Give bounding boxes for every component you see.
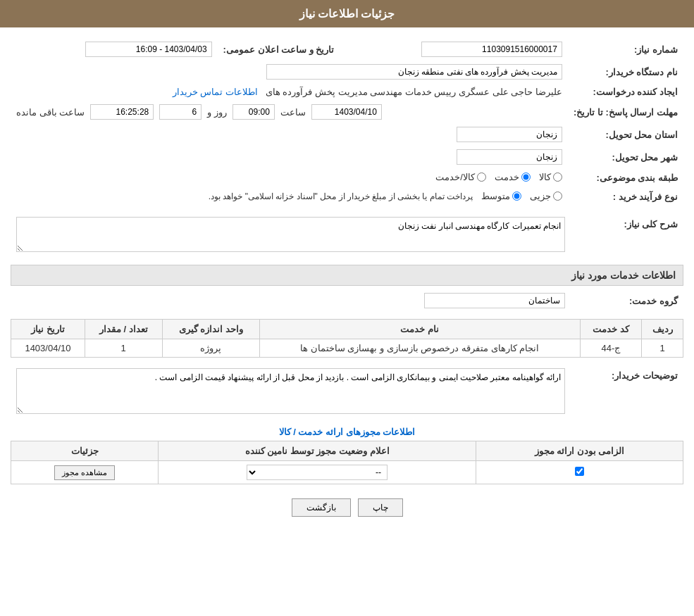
buyer-notes-label: توضیحات خریدار: — [571, 365, 683, 420]
process-label: نوع فرآیند خرید : — [568, 187, 683, 206]
group-label: گروه خدمت: — [571, 289, 683, 312]
need-number-input — [421, 42, 562, 57]
deadline-days-input — [159, 104, 202, 120]
group-table: گروه خدمت: — [11, 289, 683, 312]
category-kala-option[interactable]: کالا — [539, 172, 562, 182]
date-value — [11, 38, 218, 61]
need-desc-textarea[interactable] — [16, 217, 565, 252]
category-khedmat-radio[interactable] — [521, 172, 531, 182]
process-motavasset-option[interactable]: متوسط — [481, 191, 521, 201]
perm-row: -- مشاهده مجوز — [11, 461, 683, 484]
category-khedmat-option[interactable]: خدمت — [495, 172, 531, 182]
need-number-label: شماره نیاز: — [568, 38, 683, 61]
footer-buttons: چاپ بازگشت — [11, 488, 683, 527]
cell-date: 1403/04/10 — [11, 339, 85, 358]
permissions-table: الزامی بودن ارائه مجوز اعلام وضعیت مجوز … — [11, 441, 683, 484]
category-label: طبقه بندی موضوعی: — [568, 168, 683, 187]
deadline-time-input — [233, 104, 275, 120]
col-row: ردیف — [642, 320, 683, 339]
deadline-remaining-input — [90, 104, 154, 120]
services-section-header: اطلاعات خدمات مورد نیاز — [11, 265, 683, 286]
province-label: استان محل تحویل: — [568, 123, 683, 146]
content-area: شماره نیاز: تاریخ و ساعت اعلان عمومی: نا… — [0, 27, 694, 538]
perm-details-cell: مشاهده مجوز — [11, 461, 159, 484]
buyer-notes-table: توضیحات خریدار: — [11, 365, 683, 420]
perm-status-cell: -- — [159, 461, 476, 484]
requester-text: علیرضا حاجی علی عسگری رییس خدمات مهندسی … — [266, 87, 562, 97]
services-table: ردیف کد خدمت نام خدمت واحد اندازه گیری ت… — [11, 319, 683, 358]
perm-required-cell — [476, 461, 683, 484]
view-permit-button[interactable]: مشاهده مجوز — [54, 465, 115, 480]
buyer-org-value — [11, 61, 568, 83]
category-row: کالا خدمت کالا/خدمت — [11, 168, 568, 187]
back-button[interactable]: بازگشت — [292, 498, 351, 517]
col-qty: تعداد / مقدار — [85, 320, 162, 339]
category-kala-khedmat-label: کالا/خدمت — [435, 172, 475, 182]
permissions-section: اطلاعات مجوزهای ارائه خدمت / کالا الزامی… — [11, 427, 683, 484]
date-label: تاریخ و ساعت اعلان عمومی: — [218, 38, 340, 61]
process-jozi-radio[interactable] — [553, 191, 562, 201]
need-number-value — [340, 38, 568, 61]
print-button[interactable]: چاپ — [358, 498, 403, 517]
process-row: جزیی متوسط پرداخت تمام یا بخشی از مبلغ خ… — [11, 187, 568, 206]
group-value — [11, 289, 571, 312]
col-name: نام خدمت — [259, 320, 580, 339]
col-unit: واحد اندازه گیری — [162, 320, 259, 339]
permissions-link[interactable]: اطلاعات مجوزهای ارائه خدمت / کالا — [11, 427, 683, 437]
buyer-org-input — [266, 64, 562, 80]
deadline-row: ساعت روز و ساعت باقی مانده — [11, 101, 568, 123]
cell-name: انجام کارهای متفرقه درخصوص بازسازی و بهس… — [259, 339, 580, 358]
page-title: جزئیات اطلاعات نیاز — [0, 0, 694, 27]
deadline-day-label: روز و — [207, 107, 227, 118]
category-kala-khedmat-radio[interactable] — [477, 172, 486, 182]
process-jozi-label: جزیی — [530, 191, 551, 201]
city-input — [457, 149, 562, 165]
col-code: کد خدمت — [580, 320, 642, 339]
need-desc-label: شرح کلی نیاز: — [571, 213, 683, 258]
deadline-time-label: ساعت — [280, 107, 306, 118]
perm-required-checkbox[interactable] — [575, 467, 584, 476]
perm-col-details: جزئیات — [11, 441, 159, 461]
deadline-remaining-label: ساعت باقی مانده — [16, 107, 85, 118]
province-input — [457, 127, 562, 142]
perm-col-required: الزامی بودن ارائه مجوز — [476, 441, 683, 461]
cell-unit: پروژه — [162, 339, 259, 358]
deadline-label: مهلت ارسال پاسخ: تا تاریخ: — [568, 101, 683, 123]
process-motavasset-radio[interactable] — [512, 191, 521, 201]
page-wrapper: جزئیات اطلاعات نیاز شماره نیاز: تاریخ و … — [0, 0, 694, 616]
perm-col-status: اعلام وضعیت مجوز توسط نامین کننده — [159, 441, 476, 461]
contact-link[interactable]: اطلاعات تماس خریدار — [173, 87, 258, 97]
info-table: شماره نیاز: تاریخ و ساعت اعلان عمومی: نا… — [11, 38, 683, 206]
date-input — [85, 42, 212, 57]
need-desc-value — [11, 213, 571, 258]
province-value — [11, 123, 568, 146]
cell-quantity: 1 — [85, 339, 162, 358]
need-description-table: شرح کلی نیاز: — [11, 213, 683, 258]
requester-label: ایجاد کننده درخواست: — [568, 83, 683, 101]
category-kala-label: کالا — [539, 172, 551, 182]
table-row: 1ج-44انجام کارهای متفرقه درخصوص بازسازی … — [11, 339, 683, 358]
category-kala-radio[interactable] — [553, 172, 562, 182]
requester-value: علیرضا حاجی علی عسگری رییس خدمات مهندسی … — [11, 83, 568, 101]
col-date: تاریخ نیاز — [11, 320, 85, 339]
process-jozi-option[interactable]: جزیی — [530, 191, 562, 201]
buyer-notes-value — [11, 365, 571, 420]
buyer-notes-textarea[interactable] — [16, 368, 565, 414]
category-khedmat-label: خدمت — [495, 172, 519, 182]
category-kala-khedmat-option[interactable]: کالا/خدمت — [435, 172, 486, 182]
city-label: شهر محل تحویل: — [568, 146, 683, 168]
group-input — [424, 293, 565, 308]
deadline-date-input — [311, 104, 382, 120]
city-value — [11, 146, 568, 168]
cell-row: 1 — [642, 339, 683, 358]
process-note: پرداخت تمام یا بخشی از مبلغ خریدار از مح… — [209, 191, 473, 201]
buyer-org-label: نام دستگاه خریدار: — [568, 61, 683, 83]
process-motavasset-label: متوسط — [481, 191, 510, 201]
cell-code: ج-44 — [580, 339, 642, 358]
perm-status-select[interactable]: -- — [247, 465, 388, 480]
